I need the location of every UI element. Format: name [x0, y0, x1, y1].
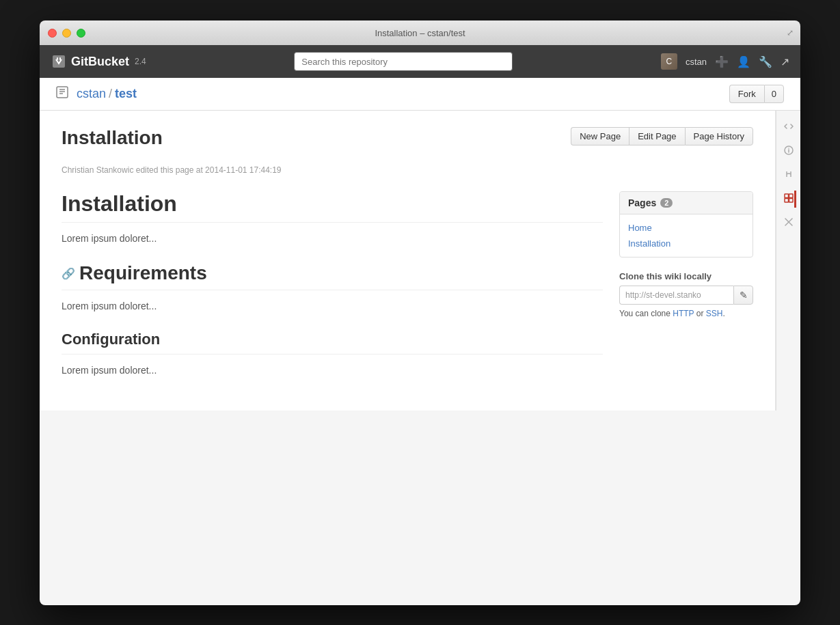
page-link-home[interactable]: Home [628, 223, 652, 233]
svg-rect-2 [59, 57, 61, 60]
repo-icon [56, 86, 68, 102]
brand-version: 2.4 [135, 57, 146, 66]
svg-rect-1 [57, 57, 58, 60]
gitbucket-icon [51, 53, 67, 70]
svg-rect-12 [785, 194, 789, 198]
clone-links-text: You can clone [619, 309, 673, 318]
clone-widget-title: Clone this wiki locally [619, 271, 753, 281]
avatar: C [661, 53, 677, 70]
brand-name: GitBucket [71, 55, 129, 69]
svg-point-9 [788, 148, 789, 149]
clone-widget: Clone this wiki locally ✎ You can clone … [619, 271, 753, 318]
maximize-button[interactable] [77, 29, 85, 38]
page-header: Installation New Page Edit Page Page His… [62, 127, 753, 160]
repo-name-link[interactable]: test [115, 87, 137, 101]
repo-path: cstan / test [56, 86, 137, 102]
section-body-installation: Lorem ipsum doloret... [62, 231, 603, 246]
close-button[interactable] [48, 29, 57, 38]
main-content: Installation New Page Edit Page Page His… [40, 111, 776, 411]
repo-owner-link[interactable]: cstan [77, 87, 106, 101]
content-layout: Installation Lorem ipsum doloret... 🔗 Re… [62, 191, 753, 394]
page-title: Installation [62, 127, 163, 149]
page-meta: Christian Stankowic edited this page at … [62, 165, 753, 175]
clone-or-text: or [694, 309, 705, 318]
page-link-installation[interactable]: Installation [628, 238, 670, 249]
wiki-section-requirements: 🔗 Requirements Lorem ipsum doloret... [62, 262, 603, 314]
app-body: GitBucket 2.4 C cstan ➕ 👤 🔧 ↗ [40, 45, 800, 605]
avatar-image: C [661, 53, 677, 70]
navbar-username[interactable]: cstan [686, 57, 707, 67]
section-heading-configuration: Configuration [62, 331, 603, 355]
clone-end-text: . [722, 309, 724, 318]
pages-widget: Pages 2 Home Installation [619, 191, 753, 258]
wiki-area: Installation Lorem ipsum doloret... 🔗 Re… [62, 191, 603, 394]
svg-rect-13 [789, 194, 793, 198]
app-window: Installation – cstan/test ⤢ GitBucket 2.… [40, 20, 800, 605]
clone-url-input[interactable] [619, 286, 733, 305]
clone-ssh-link[interactable]: SSH [706, 309, 723, 318]
pull-request-icon[interactable] [781, 167, 796, 184]
pages-label: Pages [628, 197, 656, 208]
navbar: GitBucket 2.4 C cstan ➕ 👤 🔧 ↗ [40, 45, 800, 78]
new-page-button[interactable]: New Page [571, 127, 629, 145]
anchor-icon: 🔗 [62, 267, 75, 280]
clone-links: You can clone HTTP or SSH. [619, 309, 753, 318]
wiki-section-installation: Installation Lorem ipsum doloret... [62, 191, 603, 246]
svg-rect-15 [789, 199, 793, 203]
resize-icon: ⤢ [787, 28, 794, 38]
svg-rect-14 [785, 199, 789, 203]
section-heading-requirements: 🔗 Requirements [62, 262, 603, 290]
section-body-requirements: Lorem ipsum doloret... [62, 298, 603, 314]
search-input[interactable] [294, 52, 513, 71]
sidebar-area: Pages 2 Home Installation [603, 191, 753, 394]
sign-out-icon[interactable]: ↗ [781, 55, 789, 68]
icon-rail [776, 111, 800, 411]
settings-icon[interactable] [781, 214, 796, 232]
pages-widget-header: Pages 2 [620, 192, 753, 214]
svg-rect-3 [57, 87, 68, 98]
brand-logo[interactable]: GitBucket 2.4 [51, 53, 146, 70]
code-icon[interactable] [781, 119, 796, 136]
fork-button[interactable]: Fork [729, 85, 764, 103]
page-history-button[interactable]: Page History [685, 127, 753, 145]
info-icon[interactable] [781, 143, 796, 160]
wrench-icon[interactable]: 🔧 [759, 55, 772, 68]
clone-copy-button[interactable]: ✎ [733, 286, 753, 305]
window-title: Installation – cstan/test [375, 28, 465, 38]
edit-page-button[interactable]: Edit Page [629, 127, 684, 145]
repo-bar: cstan / test Fork 0 [40, 78, 800, 111]
clone-input-row: ✎ [619, 286, 753, 305]
clone-http-link[interactable]: HTTP [673, 309, 694, 318]
list-item: Installation [620, 236, 753, 251]
plus-icon[interactable]: ➕ [715, 55, 729, 68]
wiki-icon[interactable] [781, 191, 796, 208]
list-item: Home [620, 220, 753, 236]
wiki-section-configuration: Configuration Lorem ipsum doloret... [62, 331, 603, 378]
repo-separator: / [109, 87, 112, 101]
fork-count[interactable]: 0 [764, 85, 784, 103]
section-body-configuration: Lorem ipsum doloret... [62, 363, 603, 378]
section-heading-installation: Installation [62, 191, 603, 223]
pages-count-badge: 2 [660, 198, 673, 208]
fork-button-group: Fork 0 [729, 85, 784, 103]
title-bar: Installation – cstan/test ⤢ [40, 20, 800, 45]
pages-widget-body: Home Installation [620, 214, 753, 257]
traffic-lights [48, 29, 85, 38]
minimize-button[interactable] [62, 29, 71, 38]
full-content: Installation New Page Edit Page Page His… [40, 111, 800, 411]
navbar-right: C cstan ➕ 👤 🔧 ↗ [661, 53, 789, 70]
page-actions: New Page Edit Page Page History [571, 127, 753, 145]
search-area [157, 52, 650, 71]
user-icon[interactable]: 👤 [737, 55, 750, 68]
svg-rect-0 [53, 55, 65, 68]
